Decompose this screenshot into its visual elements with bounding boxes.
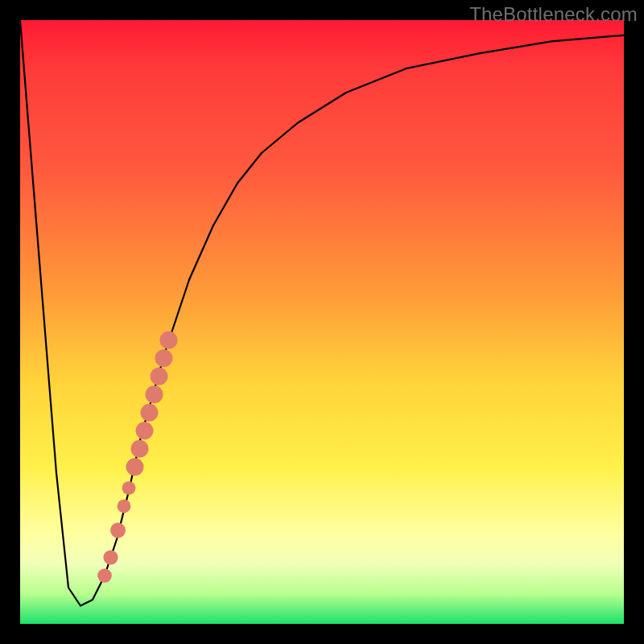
data-marker: [126, 458, 144, 476]
marker-group: [97, 332, 177, 583]
data-marker: [160, 332, 178, 349]
data-marker: [118, 499, 131, 513]
curve-layer: [20, 20, 624, 624]
data-marker: [122, 481, 136, 495]
data-marker: [136, 422, 154, 440]
chart-stage: TheBottleneck.com: [0, 0, 644, 644]
watermark-text: TheBottleneck.com: [469, 3, 638, 26]
data-marker: [131, 440, 149, 458]
data-marker: [155, 349, 173, 367]
data-marker: [110, 522, 126, 538]
data-marker: [151, 368, 168, 386]
data-marker: [103, 550, 118, 564]
data-marker: [97, 568, 112, 583]
bottleneck-curve: [20, 20, 624, 606]
data-marker: [141, 404, 159, 422]
data-marker: [146, 386, 163, 403]
plot-area: [20, 20, 624, 624]
